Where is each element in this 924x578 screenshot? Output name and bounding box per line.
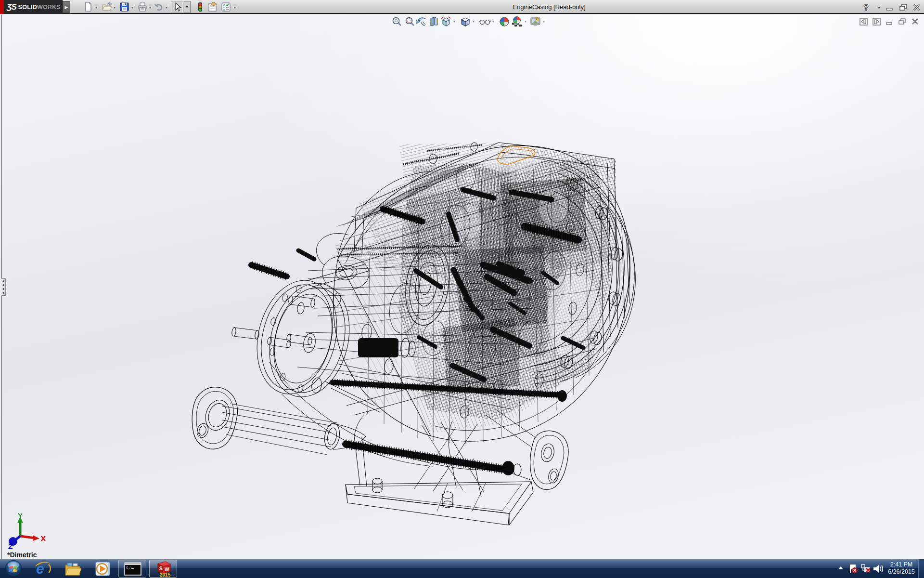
svg-text:S: S xyxy=(159,566,163,571)
svg-text:2015: 2015 xyxy=(160,572,171,577)
svg-text:W: W xyxy=(165,567,169,572)
svg-text:C:\: C:\ xyxy=(126,566,132,570)
svg-text:?: ? xyxy=(863,3,869,12)
